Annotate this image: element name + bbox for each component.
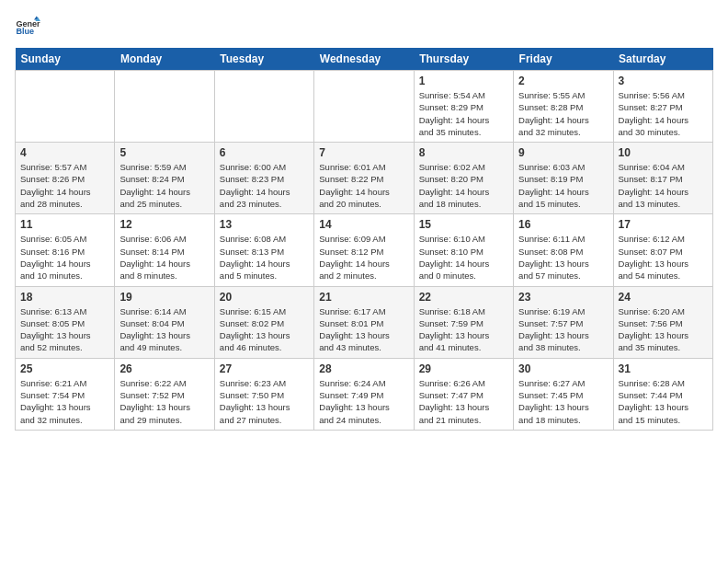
- calendar-cell: 25Sunrise: 6:21 AM Sunset: 7:54 PM Dayli…: [16, 358, 115, 430]
- day-number: 21: [319, 291, 408, 304]
- calendar-cell: [214, 71, 313, 143]
- day-number: 31: [619, 362, 708, 375]
- day-info: Sunrise: 6:23 AM Sunset: 7:50 PM Dayligh…: [220, 377, 309, 426]
- calendar-week-5: 25Sunrise: 6:21 AM Sunset: 7:54 PM Dayli…: [16, 358, 713, 430]
- day-number: 10: [619, 146, 708, 159]
- calendar-week-1: 1Sunrise: 5:54 AM Sunset: 8:29 PM Daylig…: [16, 71, 713, 143]
- calendar-cell: [16, 71, 115, 143]
- day-number: 29: [419, 362, 508, 375]
- day-number: 13: [220, 218, 309, 231]
- calendar-cell: 22Sunrise: 6:18 AM Sunset: 7:59 PM Dayli…: [414, 286, 513, 358]
- calendar-cell: 16Sunrise: 6:11 AM Sunset: 8:08 PM Dayli…: [514, 214, 613, 286]
- calendar-cell: 13Sunrise: 6:08 AM Sunset: 8:13 PM Dayli…: [214, 214, 313, 286]
- calendar-cell: 18Sunrise: 6:13 AM Sunset: 8:05 PM Dayli…: [16, 286, 115, 358]
- header-saturday: Saturday: [613, 48, 712, 71]
- calendar-cell: 10Sunrise: 6:04 AM Sunset: 8:17 PM Dayli…: [613, 143, 712, 214]
- day-number: 15: [419, 218, 508, 231]
- calendar-cell: 23Sunrise: 6:19 AM Sunset: 7:57 PM Dayli…: [514, 286, 613, 358]
- day-info: Sunrise: 5:55 AM Sunset: 8:28 PM Dayligh…: [518, 89, 608, 138]
- calendar-cell: 17Sunrise: 6:12 AM Sunset: 8:07 PM Dayli…: [613, 214, 712, 286]
- day-info: Sunrise: 6:05 AM Sunset: 8:16 PM Dayligh…: [20, 233, 109, 282]
- day-info: Sunrise: 6:28 AM Sunset: 7:44 PM Dayligh…: [619, 377, 708, 426]
- day-number: 6: [220, 146, 309, 159]
- day-number: 1: [419, 75, 508, 87]
- calendar-cell: 2Sunrise: 5:55 AM Sunset: 8:28 PM Daylig…: [514, 71, 613, 143]
- day-info: Sunrise: 5:59 AM Sunset: 8:24 PM Dayligh…: [119, 161, 209, 210]
- calendar-cell: 6Sunrise: 6:00 AM Sunset: 8:23 PM Daylig…: [214, 143, 313, 214]
- day-info: Sunrise: 6:12 AM Sunset: 8:07 PM Dayligh…: [619, 233, 708, 282]
- day-info: Sunrise: 5:54 AM Sunset: 8:29 PM Dayligh…: [419, 89, 508, 138]
- calendar-cell: 14Sunrise: 6:09 AM Sunset: 8:12 PM Dayli…: [314, 214, 414, 286]
- calendar-cell: 20Sunrise: 6:15 AM Sunset: 8:02 PM Dayli…: [214, 286, 313, 358]
- calendar-cell: 27Sunrise: 6:23 AM Sunset: 7:50 PM Dayli…: [214, 358, 313, 430]
- day-number: 12: [119, 218, 209, 231]
- calendar-cell: 31Sunrise: 6:28 AM Sunset: 7:44 PM Dayli…: [613, 358, 712, 430]
- day-number: 9: [518, 146, 608, 159]
- day-info: Sunrise: 6:02 AM Sunset: 8:20 PM Dayligh…: [419, 161, 508, 210]
- day-number: 4: [20, 146, 109, 159]
- day-info: Sunrise: 6:22 AM Sunset: 7:52 PM Dayligh…: [119, 377, 209, 426]
- calendar-cell: 15Sunrise: 6:10 AM Sunset: 8:10 PM Dayli…: [414, 214, 513, 286]
- header-monday: Monday: [115, 48, 214, 71]
- day-info: Sunrise: 6:21 AM Sunset: 7:54 PM Dayligh…: [20, 377, 109, 426]
- calendar-cell: 29Sunrise: 6:26 AM Sunset: 7:47 PM Dayli…: [414, 358, 513, 430]
- calendar-cell: 3Sunrise: 5:56 AM Sunset: 8:27 PM Daylig…: [613, 71, 712, 143]
- calendar-cell: 8Sunrise: 6:02 AM Sunset: 8:20 PM Daylig…: [414, 143, 513, 214]
- calendar-cell: 24Sunrise: 6:20 AM Sunset: 7:56 PM Dayli…: [613, 286, 712, 358]
- day-info: Sunrise: 6:08 AM Sunset: 8:13 PM Dayligh…: [220, 233, 309, 282]
- calendar-cell: 4Sunrise: 5:57 AM Sunset: 8:26 PM Daylig…: [16, 143, 115, 214]
- calendar-week-2: 4Sunrise: 5:57 AM Sunset: 8:26 PM Daylig…: [16, 143, 713, 214]
- day-number: 20: [220, 291, 309, 304]
- day-info: Sunrise: 6:18 AM Sunset: 7:59 PM Dayligh…: [419, 305, 508, 354]
- calendar-cell: [314, 71, 414, 143]
- day-number: 30: [518, 362, 608, 375]
- day-info: Sunrise: 6:20 AM Sunset: 7:56 PM Dayligh…: [619, 305, 708, 354]
- day-number: 2: [518, 75, 608, 87]
- calendar-cell: 28Sunrise: 6:24 AM Sunset: 7:49 PM Dayli…: [314, 358, 414, 430]
- day-info: Sunrise: 5:56 AM Sunset: 8:27 PM Dayligh…: [619, 89, 708, 138]
- day-info: Sunrise: 6:13 AM Sunset: 8:05 PM Dayligh…: [20, 305, 109, 354]
- day-number: 14: [319, 218, 408, 231]
- calendar-week-4: 18Sunrise: 6:13 AM Sunset: 8:05 PM Dayli…: [16, 286, 713, 358]
- calendar-cell: 26Sunrise: 6:22 AM Sunset: 7:52 PM Dayli…: [115, 358, 214, 430]
- day-info: Sunrise: 6:10 AM Sunset: 8:10 PM Dayligh…: [419, 233, 508, 282]
- calendar-cell: 19Sunrise: 6:14 AM Sunset: 8:04 PM Dayli…: [115, 286, 214, 358]
- calendar-header-row: SundayMondayTuesdayWednesdayThursdayFrid…: [16, 48, 713, 71]
- day-number: 5: [119, 146, 209, 159]
- day-number: 24: [619, 291, 708, 304]
- calendar-cell: 5Sunrise: 5:59 AM Sunset: 8:24 PM Daylig…: [115, 143, 214, 214]
- day-info: Sunrise: 6:09 AM Sunset: 8:12 PM Dayligh…: [319, 233, 408, 282]
- day-number: 26: [119, 362, 209, 375]
- calendar-week-3: 11Sunrise: 6:05 AM Sunset: 8:16 PM Dayli…: [16, 214, 713, 286]
- day-info: Sunrise: 6:06 AM Sunset: 8:14 PM Dayligh…: [119, 233, 209, 282]
- logo: General Blue: [15, 15, 40, 40]
- calendar-cell: [115, 71, 214, 143]
- day-info: Sunrise: 6:04 AM Sunset: 8:17 PM Dayligh…: [619, 161, 708, 210]
- header-wednesday: Wednesday: [314, 48, 414, 71]
- day-info: Sunrise: 6:00 AM Sunset: 8:23 PM Dayligh…: [220, 161, 309, 210]
- svg-text:Blue: Blue: [16, 27, 34, 36]
- calendar-cell: 7Sunrise: 6:01 AM Sunset: 8:22 PM Daylig…: [314, 143, 414, 214]
- header-friday: Friday: [514, 48, 613, 71]
- day-number: 7: [319, 146, 408, 159]
- day-number: 18: [20, 291, 109, 304]
- day-number: 16: [518, 218, 608, 231]
- day-number: 28: [319, 362, 408, 375]
- calendar-cell: 1Sunrise: 5:54 AM Sunset: 8:29 PM Daylig…: [414, 71, 513, 143]
- day-info: Sunrise: 6:01 AM Sunset: 8:22 PM Dayligh…: [319, 161, 408, 210]
- calendar-table: SundayMondayTuesdayWednesdayThursdayFrid…: [15, 48, 713, 431]
- day-info: Sunrise: 6:15 AM Sunset: 8:02 PM Dayligh…: [220, 305, 309, 354]
- calendar-cell: 21Sunrise: 6:17 AM Sunset: 8:01 PM Dayli…: [314, 286, 414, 358]
- header-tuesday: Tuesday: [214, 48, 313, 71]
- day-number: 17: [619, 218, 708, 231]
- header: General Blue: [15, 15, 713, 40]
- day-info: Sunrise: 6:27 AM Sunset: 7:45 PM Dayligh…: [518, 377, 608, 426]
- day-info: Sunrise: 6:14 AM Sunset: 8:04 PM Dayligh…: [119, 305, 209, 354]
- day-number: 22: [419, 291, 508, 304]
- day-info: Sunrise: 6:03 AM Sunset: 8:19 PM Dayligh…: [518, 161, 608, 210]
- calendar-cell: 30Sunrise: 6:27 AM Sunset: 7:45 PM Dayli…: [514, 358, 613, 430]
- day-number: 27: [220, 362, 309, 375]
- day-number: 11: [20, 218, 109, 231]
- day-number: 23: [518, 291, 608, 304]
- day-info: Sunrise: 6:24 AM Sunset: 7:49 PM Dayligh…: [319, 377, 408, 426]
